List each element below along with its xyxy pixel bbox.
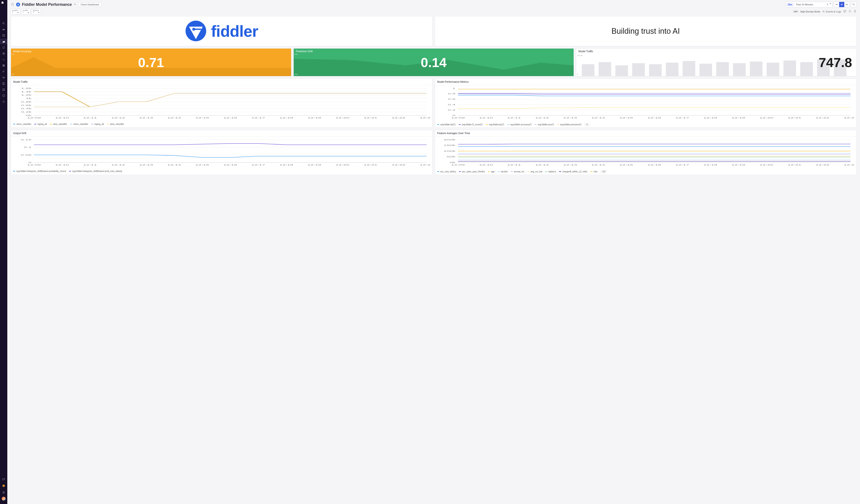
hd-label: High Density Mode (800, 10, 820, 13)
variable-model-dropdown[interactable]: model* (21, 9, 30, 14)
favorite-star-icon[interactable] (11, 3, 14, 7)
events-logs-button[interactable]: Events & Logs (822, 10, 841, 13)
app-logo-icon[interactable] (1, 1, 6, 6)
fiddler-logo-text: fiddler (211, 22, 258, 40)
kpi-model-accuracy[interactable]: Model Accuracy 0.8 0.6 0.71 (11, 48, 291, 76)
legend-item[interactable]: wine_classifier (107, 123, 124, 125)
legend-item[interactable]: logreg_all (91, 123, 104, 125)
forward-button[interactable] (844, 2, 849, 7)
legend-item[interactable]: acc_open_past_24mths (459, 170, 485, 173)
sidebar-link-icon[interactable] (0, 75, 7, 81)
sidebar-gear-icon[interactable] (0, 99, 7, 104)
svg-text:150k: 150k (444, 144, 456, 147)
settings-icon[interactable] (848, 10, 851, 13)
variable-feature-dropdown[interactable]: feature* (31, 9, 41, 14)
legend-item[interactable]: churn_classifier (13, 123, 31, 125)
legend-item[interactable]: annual_inc (511, 170, 524, 173)
variable-project-dropdown[interactable]: project* (11, 9, 20, 14)
sidebar-dashboard-icon[interactable] (0, 39, 7, 44)
legend-swatch (507, 124, 509, 125)
legend-swatch (459, 124, 461, 125)
sidebar-grid-icon[interactable] (0, 87, 7, 92)
sidebar-calendar-icon[interactable] (0, 33, 7, 38)
legend-item[interactable]: chargeoff_within_12_mths (559, 170, 587, 173)
legend-label: avg:fiddler.precision{*} (560, 124, 582, 126)
sidebar-puzzle-icon[interactable] (0, 63, 7, 68)
legend-swatch (511, 171, 513, 172)
legend-item[interactable]: avg:fiddler.f1_score{*} (459, 124, 483, 126)
svg-text:100k: 100k (444, 150, 456, 152)
kpi-model-traffic[interactable]: Model Traffic 747.78 0 747.8 (576, 48, 857, 76)
legend-item[interactable]: avg:fiddler.precision{*} (557, 124, 582, 126)
svg-text:12:09: 12:09 (451, 164, 465, 166)
legend-swatch (486, 124, 488, 125)
svg-point-7 (3, 46, 3, 47)
legend-item[interactable]: avg:fiddler.accuracy{*} (507, 124, 532, 126)
dashboard-grid: fiddler Building trust into AI Model Acc… (7, 16, 860, 178)
tv-mode-icon[interactable] (843, 10, 846, 13)
chart-performance-metrics[interactable]: Model Performance Metrics 00.20.40.60.81… (435, 78, 857, 128)
svg-rect-34 (842, 4, 842, 5)
legend-item[interactable]: churn_classifier (70, 123, 88, 125)
sidebar-infrastructure-icon[interactable] (0, 45, 7, 50)
legend-more-badge[interactable]: +62 (601, 170, 607, 173)
legend-item[interactable]: logreg_all (34, 123, 47, 125)
svg-point-10 (4, 48, 4, 48)
legend-more-badge[interactable]: +1 (585, 123, 589, 126)
svg-text:12:11: 12:11 (83, 164, 97, 166)
time-range-picker[interactable]: 15m Past 15 Minutes (785, 2, 832, 7)
chevron-down-icon (17, 12, 19, 13)
legend-item[interactable]: avg:fiddler.histogram_drift{feature:prob… (13, 170, 66, 172)
chart-output-drift[interactable]: Output Drift 00.050.10.1512:0912:1012:11… (11, 130, 433, 175)
svg-text:0.8: 0.8 (448, 92, 456, 95)
high-density-toggle[interactable]: OFF High Density Mode (792, 10, 820, 13)
legend-item[interactable]: wine_classifier (50, 123, 67, 125)
sidebar-lines-icon[interactable] (0, 69, 7, 74)
var-value: * (23, 11, 24, 14)
legend-item[interactable]: avg:fiddler.fpr{*} (437, 124, 456, 126)
legend-item[interactable]: avg:fiddler.tpr{*} (486, 124, 504, 126)
sidebar-notebook-icon[interactable] (0, 81, 7, 86)
legend-swatch (488, 171, 490, 172)
sidebar-synthetics-icon[interactable] (0, 57, 7, 62)
svg-marker-32 (836, 4, 837, 5)
legend-item[interactable]: alcohol (498, 170, 508, 173)
pin-icon[interactable] (826, 3, 829, 6)
sidebar-binoculars-icon[interactable] (0, 27, 7, 32)
rewind-button[interactable] (834, 2, 839, 7)
sidebar-shield-icon[interactable] (0, 93, 7, 98)
svg-text:12:17: 12:17 (251, 117, 265, 119)
logo-widget[interactable]: fiddler (11, 16, 433, 46)
chevron-down-icon (38, 12, 39, 13)
svg-text:1.4k: 1.4k (21, 91, 32, 93)
legend-item[interactable]: chlo (590, 170, 598, 173)
sidebar-target-icon[interactable] (0, 51, 7, 56)
clone-dashboard-button[interactable]: Clone Dashboard (78, 2, 101, 7)
svg-text:12:23: 12:23 (844, 164, 854, 166)
var-value: * (12, 11, 13, 14)
title-chevron-down-icon[interactable] (73, 3, 76, 6)
pause-button[interactable] (839, 2, 844, 7)
chart-model-traffic[interactable]: Model Traffic 0k0.2k0.4k0.6k0.8k1k1.2k1.… (11, 78, 433, 128)
legend-label: annual_inc (514, 170, 524, 173)
legend-item[interactable]: avg:fiddler.histogram_drift{feature:prob… (69, 170, 122, 172)
svg-text:12:21: 12:21 (788, 117, 801, 119)
tagline-widget[interactable]: Building trust into AI (435, 16, 857, 46)
chevron-down-icon[interactable] (830, 3, 831, 6)
svg-point-0 (3, 23, 4, 24)
sidebar-search-icon[interactable] (0, 20, 7, 26)
chart-canvas: 0k0.2k0.4k0.6k0.8k1k1.2k1.4k1.6k12:0912:… (13, 87, 430, 119)
svg-line-40 (824, 12, 825, 13)
legend-item[interactable]: age (488, 170, 495, 173)
legend-item[interactable]: balance (545, 170, 556, 173)
chart-legend: acc_now_delinqacc_open_past_24mthsagealc… (435, 169, 856, 174)
kpi-prediction-drift[interactable]: Prediction Drift 0.15 0.13 0.14 (293, 48, 574, 76)
chart-feature-averages[interactable]: Feature Averages Over Time 0k50k100k150k… (435, 130, 857, 175)
legend-item[interactable]: avg_cur_bal (527, 170, 542, 173)
legend-item[interactable]: acc_now_delinq (437, 170, 456, 173)
share-icon[interactable] (854, 10, 857, 13)
var-name: model (23, 9, 29, 11)
search-button[interactable] (851, 2, 857, 7)
var-name: feature (33, 9, 39, 11)
legend-item[interactable]: avg:fiddler.auc{*} (534, 124, 554, 126)
